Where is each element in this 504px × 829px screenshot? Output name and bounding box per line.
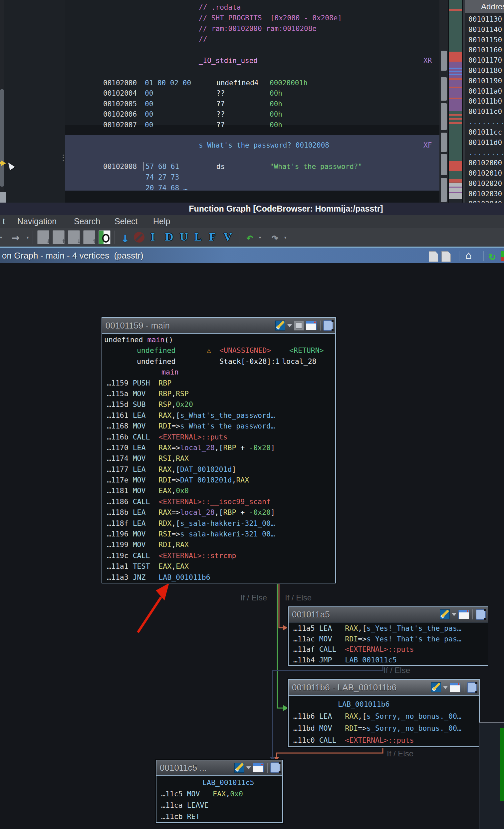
asm-line[interactable]: …11c5 MOV EAX,0x0: [156, 788, 282, 800]
listing-comment[interactable]: //: [65, 35, 439, 45]
function-graph-header[interactable]: on Graph - main - 4 vertices (passtr) ⌂ …: [0, 248, 504, 263]
menu-item-navigation[interactable]: Navigation: [17, 217, 56, 226]
asm-line[interactable]: …115a MOV RBP,RSP: [102, 389, 335, 399]
vertex-listing[interactable]: undefined main()undefined⚠<UNASSIGNED><R…: [102, 334, 335, 583]
asm-line[interactable]: …11b6 LEA RAX,[s_Sorry,_no_bonus._00…: [288, 710, 479, 722]
asm-line[interactable]: LAB_001011c5: [156, 777, 282, 788]
listing-comment[interactable]: // .rodata: [65, 3, 439, 13]
disassembly-listing[interactable]: // .rodata// SHT_PROGBITS [0x2000 - 0x20…: [65, 0, 439, 203]
asm-line[interactable]: …1177 LEA RAX,[DAT_0010201d]: [102, 464, 335, 475]
graph-vertex-main[interactable]: 00101159 - mainundefined main()undefined…: [102, 317, 336, 583]
refresh-icon[interactable]: ↻: [489, 249, 495, 262]
paste-icon[interactable]: [441, 251, 451, 262]
listing-label[interactable]: _IO_stdin_usedXR: [65, 57, 439, 66]
open-window-icon[interactable]: [450, 683, 460, 692]
asm-line[interactable]: …118b LEA RAX=>local_28,[RBP + -0x20]: [102, 507, 335, 518]
asm-line[interactable]: …115d SUB RSP,0x20: [102, 399, 335, 410]
selected-label[interactable]: s_What's_the_password?_00102008XF: [65, 141, 439, 151]
asm-line[interactable]: …11a5 LEA RAX,[s_Yes!_That's_the_pas…: [288, 623, 488, 634]
datatype-v-button[interactable]: V: [224, 230, 232, 243]
asm-line[interactable]: …11ca LEAVE: [156, 800, 282, 811]
scrollbar-thumb-segment[interactable]: [441, 77, 447, 101]
asm-line[interactable]: …117e MOV RDI=>DAT_0010201d,RAX: [102, 475, 335, 485]
address-row[interactable]: 001011c0: [468, 108, 504, 117]
listing-row[interactable]: 0010200600??00h: [65, 110, 439, 120]
redo-icon[interactable]: ↷: [268, 228, 282, 247]
address-row[interactable]: ........: [468, 149, 504, 158]
paintbrush-icon[interactable]: [440, 609, 450, 619]
navigate-forward-icon[interactable]: →: [7, 228, 24, 247]
asm-line[interactable]: undefined⚠<UNASSIGNED><RETURN>: [102, 345, 335, 356]
asm-line[interactable]: undefinedStack[-0x28]:1local_28: [102, 356, 335, 367]
scrollbar-thumb-segment[interactable]: [441, 178, 447, 202]
vertex-titlebar[interactable]: 00101159 - main: [102, 318, 335, 334]
asm-line[interactable]: …1186 CALL <EXTERNAL>::__isoc99_scanf: [102, 497, 335, 507]
asm-line[interactable]: …1159 PUSH RBP: [102, 378, 335, 389]
disassemble-down2-icon[interactable]: ↓: [68, 228, 80, 247]
listing-row[interactable]: 0010200500??00h: [65, 100, 439, 109]
address-row[interactable]: 00102020: [468, 180, 504, 189]
selected-row[interactable]: 0010200857 68 61ds"What's the password?": [65, 163, 439, 172]
vertex-listing[interactable]: LAB_001011b6…11b6 LEA RAX,[s_Sorry,_no_b…: [288, 696, 479, 746]
asm-line[interactable]: …1181 MOV EAX,0x0: [102, 485, 335, 496]
asm-line[interactable]: …11a3 JNZ LAB_001011b6: [102, 572, 335, 583]
splitter-handle[interactable]: ⋮: [59, 156, 63, 159]
asm-line[interactable]: undefined main(): [102, 334, 335, 345]
asm-line[interactable]: …11ac MOV RDI=>s_Yes!_That's_the_pas…: [288, 634, 488, 644]
paintbrush-icon[interactable]: [275, 321, 285, 330]
vertex-titlebar[interactable]: 001011c5 ...: [156, 760, 282, 776]
group-vertices-icon[interactable]: [467, 682, 477, 693]
copy-icon[interactable]: [429, 251, 438, 262]
pull-down-icon[interactable]: ↓: [118, 228, 132, 247]
datatype-d-button[interactable]: D: [165, 230, 173, 243]
asm-line[interactable]: …1170 LEA RAX=>local_28,[RBP + -0x20]: [102, 442, 335, 453]
graph-vertex-b3[interactable]: 001011c5 ...LAB_001011c5…11c5 MOV EAX,0x…: [156, 760, 283, 823]
asm-line[interactable]: main: [102, 367, 335, 377]
asm-line[interactable]: …1196 MOV RSI=>s_sala-hakkeri-321_00…: [102, 529, 335, 539]
dropdown-caret-icon[interactable]: ▾: [0, 228, 3, 247]
chevron-down-icon[interactable]: [287, 324, 292, 327]
menu-item-t[interactable]: t: [3, 217, 5, 226]
paintbrush-icon[interactable]: [431, 682, 441, 692]
satellite-viewport[interactable]: [500, 728, 504, 801]
open-window-icon[interactable]: [306, 321, 317, 330]
asm-line[interactable]: …11af CALL <EXTERNAL>::puts: [288, 644, 488, 655]
address-row[interactable]: 001011b0: [468, 97, 504, 107]
asm-line[interactable]: LAB_001011b6: [288, 698, 479, 710]
listing-comment[interactable]: // ram:00102000-ram:0010208e: [65, 25, 439, 34]
listing-comment[interactable]: // SHT_PROGBITS [0x2000 - 0x208e]: [65, 14, 439, 23]
snapshot-icon[interactable]: [501, 251, 504, 261]
window-titlebar[interactable]: Function Graph [CodeBrowser: Hommija:/pa…: [0, 203, 504, 215]
overview-marker-bar[interactable]: [449, 0, 462, 203]
address-row[interactable]: 00102030: [468, 190, 504, 199]
address-row[interactable]: 00102010: [468, 169, 504, 179]
address-row[interactable]: 001011a0: [468, 87, 504, 97]
byte-continuation-row[interactable]: 74 27 73: [65, 173, 439, 183]
datatype-f-button[interactable]: F: [209, 230, 216, 243]
chevron-down-icon[interactable]: [452, 613, 456, 616]
datatype-u-button[interactable]: U: [180, 230, 188, 243]
datatype-i-button[interactable]: I: [151, 230, 155, 243]
vertex-listing[interactable]: …11a5 LEA RAX,[s_Yes!_That's_the_pas……11…: [288, 622, 488, 665]
paintbrush-icon[interactable]: [234, 763, 244, 773]
address-row[interactable]: ........: [468, 118, 504, 127]
combine-blocks-icon[interactable]: [294, 321, 304, 330]
asm-line[interactable]: …11cb RET: [156, 811, 282, 822]
disassemble-up-icon[interactable]: ↑: [52, 228, 65, 247]
dropdown-caret-icon[interactable]: ▾: [25, 228, 30, 247]
disassemble-up2-icon[interactable]: ↑: [83, 228, 95, 247]
listing-scrollbar[interactable]: [439, 0, 448, 203]
address-row[interactable]: 00101160: [468, 46, 504, 55]
chevron-down-icon[interactable]: [246, 766, 251, 769]
group-vertices-icon[interactable]: [476, 609, 486, 620]
open-window-icon[interactable]: [458, 610, 469, 619]
dropdown-caret-icon[interactable]: ▾: [283, 228, 287, 247]
vertex-listing[interactable]: LAB_001011c5…11c5 MOV EAX,0x0…11ca LEAVE…: [156, 776, 282, 822]
asm-line[interactable]: …1199 MOV RDI,RAX: [102, 539, 335, 550]
asm-line[interactable]: …1168 MOV RDI=>s_What's_the_password…: [102, 421, 335, 432]
scrollbar-thumb[interactable]: [0, 89, 4, 187]
clear-code-icon[interactable]: [134, 228, 145, 247]
satellite-view[interactable]: [479, 722, 504, 829]
byte-continuation-row[interactable]: 20 74 68 …: [65, 184, 439, 193]
menu-item-select[interactable]: Select: [115, 217, 138, 226]
